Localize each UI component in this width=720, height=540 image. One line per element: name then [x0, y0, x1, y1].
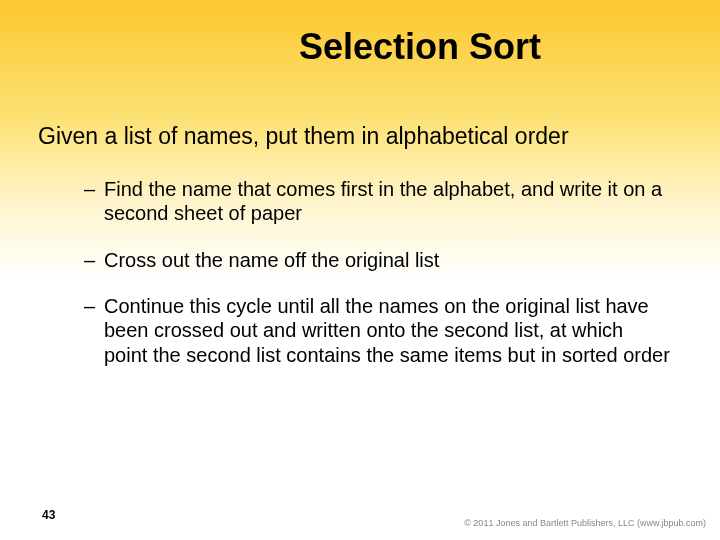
list-item: Cross out the name off the original list — [84, 248, 670, 272]
page-number: 43 — [42, 508, 55, 522]
intro-text: Given a list of names, put them in alpha… — [38, 122, 670, 151]
bullet-list: Find the name that comes first in the al… — [38, 177, 670, 367]
slide-title: Selection Sort — [0, 0, 720, 68]
slide-content: Given a list of names, put them in alpha… — [0, 68, 720, 367]
copyright-text: © 2011 Jones and Bartlett Publishers, LL… — [464, 518, 706, 528]
list-item: Continue this cycle until all the names … — [84, 294, 670, 367]
list-item: Find the name that comes first in the al… — [84, 177, 670, 226]
